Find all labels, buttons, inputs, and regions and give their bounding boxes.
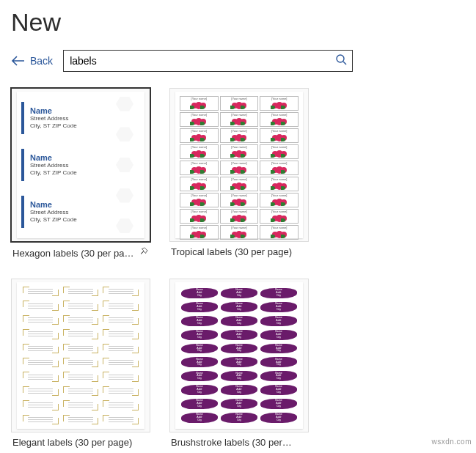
template-thumbnail: NameStreet AddressCity, ST ZIP CodeNameS…	[11, 88, 150, 242]
svg-point-0	[337, 55, 344, 62]
top-row: Back	[11, 50, 465, 72]
search-button[interactable]	[330, 51, 352, 71]
template-thumbnail: NameAddrCityNameAddrCityNameAddrCityName…	[169, 279, 309, 432]
pin-icon[interactable]	[139, 246, 149, 259]
template-grid: NameStreet AddressCity, ST ZIP CodeNameS…	[11, 88, 465, 453]
template-label-row: Brushstroke labels (30 per…	[169, 432, 309, 448]
template-label: Tropical labels (30 per page)	[171, 246, 292, 257]
template-card[interactable]: NameStreet AddressCity, ST ZIP CodeNameS…	[11, 88, 150, 259]
search-icon	[335, 54, 347, 68]
template-label: Elegant labels (30 per page)	[12, 437, 132, 448]
svg-line-1	[343, 62, 346, 65]
page-title: New	[11, 8, 465, 37]
back-button[interactable]: Back	[11, 55, 53, 67]
template-label-row: Elegant labels (30 per page)	[11, 432, 150, 448]
template-card[interactable]: NameAddrCityNameAddrCityNameAddrCityName…	[169, 279, 309, 448]
template-label: Hexagon labels (30 per pa…	[12, 248, 134, 259]
template-card[interactable]: [Your name][Your name][Your name][Your n…	[169, 88, 309, 259]
template-label-row: Tropical labels (30 per page)	[169, 242, 309, 257]
search-input[interactable]	[64, 51, 330, 71]
back-arrow-icon	[11, 56, 24, 66]
template-label: Brushstroke labels (30 per…	[171, 437, 292, 448]
template-thumbnail: [Your name][Your name][Your name][Your n…	[169, 88, 309, 242]
back-label: Back	[30, 55, 53, 67]
search-box	[63, 50, 353, 72]
watermark: wsxdn.com	[431, 438, 472, 446]
template-label-row: Hexagon labels (30 per pa…	[11, 242, 150, 259]
template-thumbnail	[11, 279, 150, 432]
template-card[interactable]: Elegant labels (30 per page)	[11, 279, 150, 448]
